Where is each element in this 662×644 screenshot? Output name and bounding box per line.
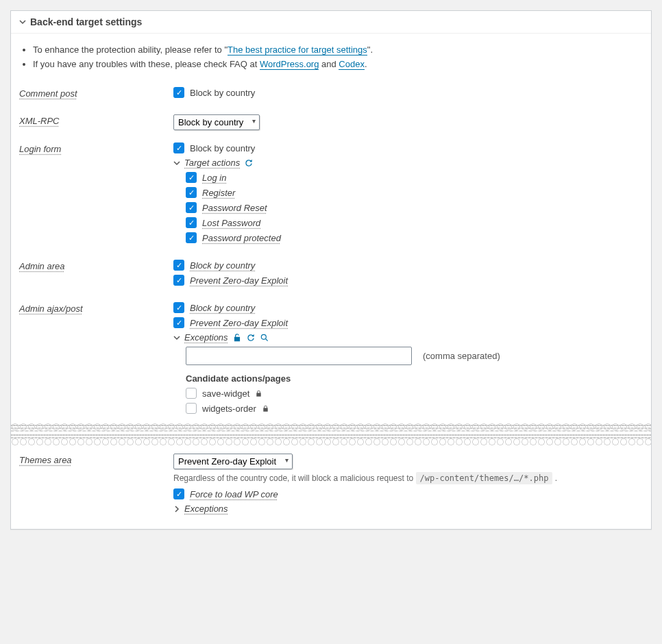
row-comment-post: Comment post ✓ Block by country (19, 75, 643, 102)
svg-point-0 (261, 334, 266, 339)
row-xml-rpc: XML-RPC Block by country (19, 102, 643, 130)
checkbox-candidate[interactable] (186, 388, 197, 399)
checkbox-label: Block by country (190, 88, 255, 98)
checkbox-lost-password[interactable]: ✓ (186, 217, 197, 228)
code-path: /wp-content/themes/…/*.php (416, 472, 553, 484)
label-login-form: Login form (19, 143, 173, 154)
row-admin-ajax: Admin ajax/post ✓ Block by country ✓ Pre… (19, 290, 643, 418)
tips-list: To enhance the protection ability, pleas… (19, 45, 643, 69)
checkbox-label: Password Reset (202, 203, 267, 213)
toggle-target-actions[interactable]: Target actions (173, 158, 643, 168)
label-xml-rpc: XML-RPC (19, 114, 173, 126)
checkbox-register[interactable]: ✓ (186, 187, 197, 198)
tip-item: If you have any troubles with these, ple… (33, 59, 643, 69)
checkbox-block-by-country[interactable]: ✓ (173, 302, 184, 313)
note-comma-separated: (comma separated) (423, 351, 500, 361)
chevron-down-icon (173, 334, 180, 341)
torn-divider (11, 425, 651, 444)
chevron-right-icon (173, 506, 180, 512)
search-icon[interactable] (260, 333, 269, 343)
row-admin-area: Admin area ✓ Block by country ✓ Prevent … (19, 247, 643, 290)
label-comment-post: Comment post (19, 87, 173, 99)
select-xml-rpc[interactable]: Block by country (173, 114, 260, 130)
checkbox-candidate[interactable] (186, 403, 197, 414)
exceptions-input[interactable] (186, 347, 412, 365)
checkbox-label: Force to load WP core (190, 489, 278, 499)
checkbox-block-by-country[interactable]: ✓ (173, 143, 184, 153)
candidate-header: Candidate actions/pages (186, 373, 643, 384)
refresh-icon[interactable] (246, 333, 256, 343)
tip-item: To enhance the protection ability, pleas… (33, 45, 643, 55)
toggle-exceptions[interactable]: Exceptions (173, 332, 643, 343)
link-best-practice[interactable]: The best practice for target settings (228, 45, 367, 55)
lock-icon (255, 390, 262, 397)
row-login-form: Login form ✓ Block by country Target act… (19, 130, 643, 247)
checkbox-label: Block by country (190, 143, 255, 153)
panel-title: Back-end target settings (30, 16, 142, 27)
unlock-icon[interactable] (232, 333, 242, 343)
candidate-label: widgets-order (202, 404, 256, 414)
checkbox-block-by-country[interactable]: ✓ (173, 87, 184, 98)
checkbox-label: Lost Password (202, 218, 260, 228)
checkbox-block-by-country[interactable]: ✓ (173, 260, 184, 271)
label-admin-area: Admin area (19, 260, 173, 271)
lock-icon (262, 405, 269, 412)
themes-description: Regardless of the country code, it will … (173, 473, 643, 483)
checkbox-prevent-zeroday[interactable]: ✓ (173, 275, 184, 286)
checkbox-label: Log in (202, 173, 226, 183)
checkbox-label: Prevent Zero-day Exploit (190, 318, 288, 328)
checkbox-label: Register (202, 188, 235, 198)
checkbox-force-wp-core[interactable]: ✓ (173, 488, 184, 499)
checkbox-label: Prevent Zero-day Exploit (190, 275, 288, 286)
select-themes-area[interactable]: Prevent Zero-day Exploit (173, 454, 293, 469)
chevron-down-icon (19, 18, 26, 25)
checkbox-password-protected[interactable]: ✓ (186, 232, 197, 243)
checkbox-label: Block by country (190, 303, 255, 313)
row-themes-area: Themes area Prevent Zero-day Exploit Reg… (19, 451, 643, 518)
checkbox-label: Block by country (190, 260, 255, 271)
settings-panel: Back-end target settings To enhance the … (10, 10, 652, 530)
link-codex[interactable]: Codex (339, 59, 365, 70)
refresh-icon[interactable] (244, 158, 254, 168)
toggle-exceptions-themes[interactable]: Exceptions (173, 504, 643, 514)
checkbox-password-reset[interactable]: ✓ (186, 202, 197, 213)
panel-body: To enhance the protection ability, pleas… (11, 34, 651, 529)
checkbox-login[interactable]: ✓ (186, 172, 197, 183)
chevron-down-icon (173, 160, 180, 166)
candidate-label: save-widget (202, 388, 249, 399)
sub-label: Target actions (184, 158, 240, 168)
label-themes-area: Themes area (19, 454, 173, 465)
checkbox-label: Password protected (202, 233, 281, 243)
label-admin-ajax: Admin ajax/post (19, 302, 173, 314)
sub-label: Exceptions (184, 504, 228, 514)
sub-label: Exceptions (184, 332, 228, 343)
link-wordpress-org[interactable]: WordPress.org (260, 59, 319, 70)
checkbox-prevent-zeroday[interactable]: ✓ (173, 317, 184, 328)
panel-header[interactable]: Back-end target settings (11, 11, 651, 34)
